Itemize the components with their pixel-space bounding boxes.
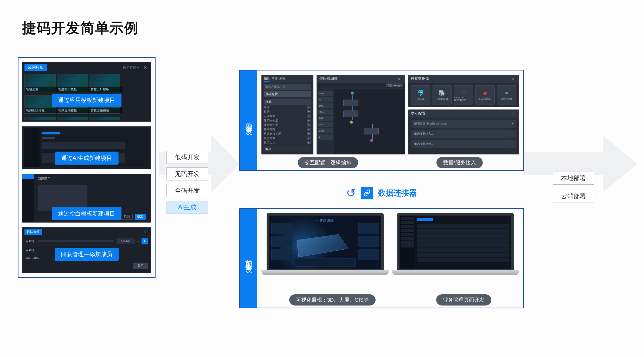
frontend-tab: 前端开发	[240, 209, 257, 308]
tab-event[interactable]: 事件	[272, 76, 278, 82]
backend-pill-2: 数据/服务接入	[436, 157, 483, 168]
db-dameng[interactable]: ●达梦数据库	[497, 85, 516, 105]
interact-title: 交互配置	[411, 111, 426, 116]
cancel-button[interactable]: 取消	[121, 214, 133, 220]
laptop-dashboard: ○ 智慧园区	[261, 213, 389, 292]
data-connector: ↻ 数据连接器	[346, 187, 417, 199]
config-sec2: 样式	[264, 99, 311, 105]
frontend-pill-1: 可视化展现：3D、大屏、GIS等	[289, 294, 376, 306]
close-icon[interactable]: ✕	[142, 230, 149, 235]
option-fullcode[interactable]: 全码开发	[166, 184, 208, 197]
dev-options: 低码开发 无码开发 全码开发 AI生成	[166, 151, 208, 214]
template-search[interactable]: 按名称搜索	[123, 65, 140, 70]
db-panel: 连接数据库 ✕ 🐬MySQL 🐘PostgreSQL ◇ORACLE DATAB…	[408, 75, 519, 107]
laptop-table	[392, 213, 519, 292]
backend-block: 后端开发 属性 事件 权限 请输入权威内容 基础配置 样式 名称▾ 标题▾ 记录…	[239, 70, 524, 171]
page-title: 捷码开发简单示例	[22, 19, 139, 38]
ai-gen-panel: 通过AI生成新建项目	[22, 126, 151, 169]
ok-button[interactable]: 确定	[135, 214, 146, 220]
template-thumb[interactable]	[24, 117, 56, 120]
dash-title: ○ 智慧园区	[316, 218, 334, 223]
team-close-button[interactable]: 关闭	[133, 263, 148, 269]
db-postgres[interactable]: 🐘PostgreSQL	[433, 85, 452, 105]
config-footer: 数据	[264, 146, 311, 152]
db-oracle[interactable]: ◇ORACLE DATABASE	[454, 85, 473, 105]
sync-icon: ↻	[346, 190, 356, 196]
close-icon[interactable]: ✕	[396, 76, 402, 81]
backend-pill-1: 交互配置，逻辑编排	[298, 157, 358, 168]
config-panel: 属性 事件 权限 请输入权威内容 基础配置 样式 名称▾ 标题▾ 记录数量▾ 建…	[261, 75, 313, 154]
flow-title: 逻辑流编排	[319, 76, 338, 81]
db-title: 连接数据库	[411, 76, 429, 81]
add-user-button[interactable]: +	[141, 238, 148, 244]
link-icon	[361, 187, 373, 199]
template-thumb[interactable]	[24, 74, 56, 92]
flow-canvas[interactable]: Start 一 赋值 Model 判断 API END ▶	[317, 89, 405, 154]
template-thumb[interactable]	[89, 117, 120, 120]
option-lowcode[interactable]: 低码开发	[166, 151, 208, 164]
close-icon[interactable]: ✕	[510, 111, 516, 116]
templates-panel: 应用模板 按名称搜索 ✕ 通过应用模板新建项目	[22, 62, 151, 122]
close-icon[interactable]: ✕	[142, 65, 149, 70]
option-aigen[interactable]: AI生成	[166, 201, 208, 214]
user-label: 用户名	[25, 239, 35, 244]
db-sqlserver[interactable]: ◆SQL Server	[475, 85, 495, 105]
config-sec1: 基础配置	[264, 91, 311, 97]
templates-overlay-label: 通过应用模板新建项目	[52, 94, 121, 107]
frontend-block: 前端开发 ○ 智慧园区	[239, 208, 524, 308]
db-mysql[interactable]: 🐬MySQL	[411, 85, 430, 105]
ai-gen-overlay-label: 通过AI生成新建项目	[55, 152, 119, 165]
tab-auth[interactable]: 权限	[279, 76, 286, 82]
team-overlay-label: 团队管理—添加成员	[55, 248, 119, 261]
team-panel: 团队管理 ✕ 用户名 Visitor ▾ + 用户名 操作 username 关…	[22, 227, 151, 273]
flow-tag: SQL assign	[386, 83, 403, 87]
frontend-pill-2: 业务管理页面开发	[436, 294, 491, 306]
interact-panel: 交互配置 ✕ 新增弹窗_Modal.do_show▾ 组选项新增入...＋ 组选…	[408, 109, 519, 154]
flow-panel: 逻辑流编排 ✕ SQL assign Start 一 赋值 Model 判断 A…	[317, 75, 405, 154]
templates-chip: 应用模板	[24, 64, 47, 71]
close-icon[interactable]: ✕	[510, 76, 516, 81]
deploy-options: 本地部署 云端部署	[553, 172, 594, 203]
blank-panel: 新建应用 取消 确定 通过空白模板新建项目	[22, 174, 151, 223]
role-select[interactable]: Visitor	[117, 238, 135, 244]
template-thumb[interactable]	[57, 117, 88, 120]
template-thumb[interactable]	[89, 74, 120, 92]
config-search[interactable]: 请输入权威内容	[264, 84, 311, 90]
left-column: 应用模板 按名称搜索 ✕ 通过应用模板新建项目	[18, 57, 156, 278]
tab-attr[interactable]: 属性	[264, 76, 270, 82]
deploy-local[interactable]: 本地部署	[553, 172, 594, 185]
deploy-cloud[interactable]: 云端部署	[553, 190, 594, 203]
blank-overlay-label: 通过空白模板新建项目	[52, 207, 121, 220]
template-thumb[interactable]	[24, 95, 56, 114]
template-thumb[interactable]	[57, 74, 88, 92]
connector-text: 数据连接器	[378, 188, 417, 198]
backend-tab: 后端开发	[240, 70, 257, 170]
option-nocode[interactable]: 无码开发	[166, 167, 208, 180]
new-app-label: 新建应用	[38, 177, 147, 181]
team-header-chip: 团队管理	[24, 229, 42, 235]
